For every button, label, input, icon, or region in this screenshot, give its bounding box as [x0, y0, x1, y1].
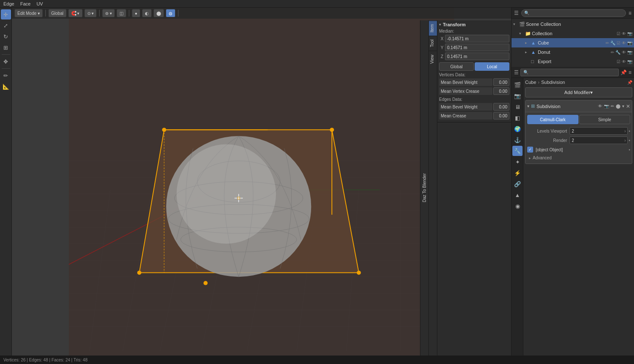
props-render-btn[interactable]: 📷 [512, 91, 523, 101]
props-data-btn[interactable]: ▲ [512, 190, 523, 200]
cube-visibility-icon[interactable]: ☑ [617, 41, 620, 45]
modifier-expand-icon[interactable]: ▾ [622, 104, 624, 108]
sep2 [99, 10, 100, 17]
simple-btn[interactable]: Simple [579, 115, 631, 124]
props-output-btn[interactable]: 🖥 [512, 102, 523, 112]
props-view-layer-btn[interactable]: ◧ [512, 113, 523, 123]
donut-eye-icon[interactable]: 👁 [622, 50, 626, 55]
measure-tool-btn[interactable]: 📐 [1, 81, 11, 92]
outliner-donut[interactable]: ▸ ▲ Donut ✏ 🔧 👁 📷 [512, 47, 634, 57]
add-modifier-button[interactable]: Add Modifier ▾ [525, 87, 632, 97]
modifier-eye-icon[interactable]: 👁 [598, 104, 602, 108]
breadcrumb-cube[interactable]: Cube [525, 80, 536, 85]
far-right-panel: ☰ 🔍 ≡ ▾ 🎬 Scene Collection ▾ 📁 Collectio… [511, 8, 634, 356]
daz-to-blender-panel: Daz To Blender [420, 20, 428, 356]
export-actions: ☑ 👁 📷 [617, 59, 632, 64]
local-btn[interactable]: Local [475, 62, 509, 71]
menu-item-uv[interactable]: UV [35, 1, 44, 6]
tab-item[interactable]: Item [429, 20, 437, 36]
export-eye-icon[interactable]: 👁 [622, 59, 626, 64]
props-particles-btn[interactable]: ✦ [512, 157, 523, 167]
global-mode-btn[interactable]: Global [48, 9, 67, 17]
move-tool-btn[interactable]: ⤢ [1, 20, 11, 31]
xray-btn[interactable]: ◫ [117, 9, 126, 17]
properties-chevron-icon[interactable]: ≡ [628, 69, 631, 75]
mean-bevel-weight-edges-val[interactable]: 0.00 [493, 103, 509, 111]
donut-modifier-icon[interactable]: 🔧 [615, 50, 620, 55]
proportional-btn[interactable]: ⊙ ▾ [84, 9, 97, 17]
object-mode-btn[interactable]: Edit Mode ▾ [14, 9, 43, 17]
outliner-export[interactable]: □ Export ☑ 👁 📷 [512, 57, 634, 66]
mean-bevel-weight-vertices-val[interactable]: 0.00 [493, 78, 509, 86]
collection-icon: 📁 [525, 31, 531, 36]
props-world-btn[interactable]: 🌍 [512, 124, 523, 134]
outliner-header: ☰ 🔍 ≡ [512, 8, 634, 19]
tab-tool[interactable]: Tool [429, 36, 437, 50]
mean-vertex-crease-val[interactable]: 0.00 [493, 87, 509, 95]
overlay-btn[interactable]: ⊚ ▾ [102, 9, 115, 17]
donut-camera-icon[interactable]: 📷 [627, 50, 632, 55]
x-label: X [439, 36, 445, 41]
properties-panel-wrapper: 🎬 📷 🖥 ◧ 🌍 ⚓ 🔧 ✦ ⚡ 🔗 ▲ ◉ [512, 78, 634, 356]
props-physics-btn[interactable]: ⚡ [512, 168, 523, 178]
breadcrumb-modifier: Subdivision [541, 80, 565, 85]
breadcrumb-pin-icon[interactable]: 📌 [627, 80, 632, 85]
outliner-scene-collection[interactable]: ▾ 🎬 Scene Collection [512, 19, 634, 29]
cube-modifier-icon[interactable]: 🔧 [610, 41, 615, 45]
menu-item-edge[interactable]: Edge [2, 1, 16, 6]
viewport-3d[interactable]: Edit Mode ▾ Global 🧲 ▾ ⊙ ▾ ⊚ ▾ ◫ ● ◐ ⬤ ◍ [12, 8, 511, 356]
outliner-collection[interactable]: ▾ 📁 Collection ☑ 👁 📷 [512, 29, 634, 38]
viewport-shading-wireframe[interactable]: ◍ [166, 9, 175, 17]
collection-camera-icon[interactable]: 📷 [627, 31, 632, 36]
render-value[interactable]: 2 › [570, 136, 628, 144]
optimal-display-checkbox[interactable]: ✓ [527, 147, 533, 153]
props-constraints-btn[interactable]: 🔗 [512, 179, 523, 189]
mean-bevel-weight-edges-row: Mean Bevel Weight 0.00 [439, 103, 509, 111]
properties-search[interactable]: 🔍 [520, 69, 619, 76]
modifier-close-btn[interactable]: ✕ [626, 103, 630, 109]
y-value[interactable]: 0.14571 m [445, 44, 509, 51]
export-camera-icon[interactable]: 📷 [627, 59, 632, 64]
modifier-edit-icon[interactable]: ✏ [611, 104, 614, 108]
export-visibility-icon[interactable]: ☑ [617, 59, 620, 64]
annotate-tool-btn[interactable]: ✏ [1, 70, 11, 81]
catmull-clark-btn[interactable]: Catmull-Clark [527, 115, 578, 124]
transform-header[interactable]: ▾ Transform [439, 22, 509, 27]
snap-btn[interactable]: 🧲 ▾ [68, 9, 83, 17]
cube-camera-icon[interactable]: 📷 [627, 41, 632, 45]
z-value[interactable]: 0.14571 m [445, 53, 509, 60]
daz-to-blender-tab[interactable]: Daz To Blender [421, 170, 428, 206]
donut-edit-icon[interactable]: ✏ [611, 50, 614, 55]
mean-bevel-weight-edges-name: Mean Bevel Weight [439, 103, 492, 111]
outliner-search[interactable]: 🔍 [521, 9, 626, 17]
tab-view[interactable]: View [429, 51, 437, 67]
global-btn[interactable]: Global [439, 62, 474, 71]
scale-tool-btn[interactable]: ⊞ [1, 42, 11, 53]
outliner-filter-icon[interactable]: ≡ [628, 10, 631, 16]
rotate-tool-btn[interactable]: ↻ [1, 31, 11, 42]
modifier-render-icon[interactable]: ⬤ [616, 104, 620, 108]
properties-main-content: Cube › Subdivision 📌 Add Modifier ▾ ▾ [523, 78, 634, 356]
mean-crease-val[interactable]: 0.00 [493, 112, 509, 119]
modifier-toggle[interactable]: ▾ [527, 104, 529, 108]
viewport-shading-solid[interactable]: ● [132, 9, 140, 17]
transform-tool-btn[interactable]: ✥ [1, 56, 11, 67]
outliner-cube[interactable]: ▸ ▲ Cube ✏ 🔧 ☑ 👁 📷 [512, 38, 634, 47]
viewport-shading-material[interactable]: ◐ [142, 9, 152, 17]
props-object-btn[interactable]: ⚓ [512, 135, 523, 145]
x-value[interactable]: -0.14571 m [445, 35, 509, 42]
modifier-camera-icon[interactable]: 📷 [604, 104, 609, 108]
cube-eye-icon[interactable]: 👁 [622, 41, 626, 45]
cube-edit-icon[interactable]: ✏ [606, 41, 609, 45]
viewport-shading-render[interactable]: ⬤ [153, 9, 164, 17]
props-material-btn[interactable]: ◉ [512, 201, 523, 211]
properties-filter-icon[interactable]: 📌 [620, 69, 627, 75]
props-modifier-btn[interactable]: 🔧 [512, 146, 523, 156]
advanced-row[interactable]: ▸ Advanced [527, 155, 630, 161]
menu-item-face[interactable]: Face [19, 1, 32, 6]
collection-visibility-icon[interactable]: ☑ [617, 31, 620, 36]
collection-eye-icon[interactable]: 👁 [622, 31, 626, 36]
levels-viewport-value[interactable]: 2 › [570, 127, 628, 135]
cursor-tool-btn[interactable]: ✛ [1, 9, 11, 19]
props-scene-btn[interactable]: 🎬 [512, 80, 523, 90]
